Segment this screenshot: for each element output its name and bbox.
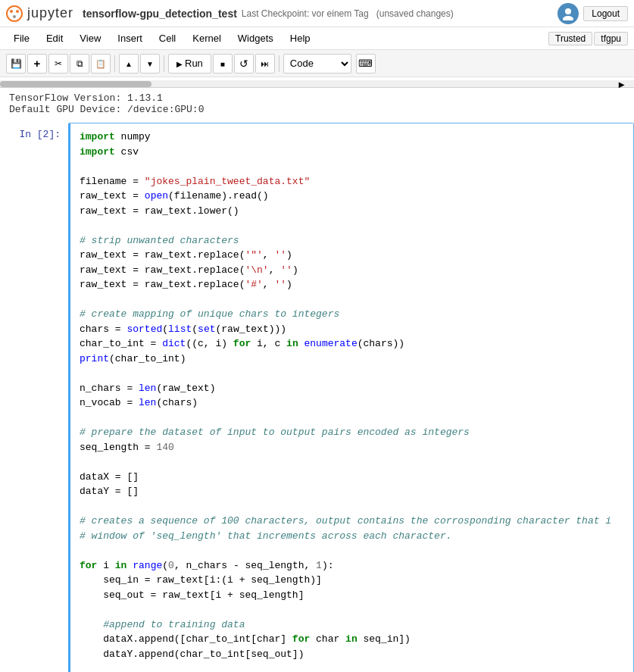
cell-prompt: In [2]: xyxy=(0,123,68,672)
menu-help[interactable]: Help xyxy=(283,31,318,45)
cell-body[interactable]: import numpy import csv filename = "joke… xyxy=(68,123,634,672)
restart-button[interactable] xyxy=(234,54,254,73)
user-icon xyxy=(561,7,575,20)
svg-point-2 xyxy=(16,10,19,13)
jupyter-brand: jupyter xyxy=(27,5,73,21)
arrow-down-icon xyxy=(146,58,154,69)
stop-button[interactable] xyxy=(213,54,233,73)
kernel-name: tfgpu xyxy=(594,32,628,45)
svg-point-3 xyxy=(13,15,16,18)
jupyter-logo: jupyter xyxy=(6,5,73,22)
menubar: File Edit View Insert Cell Kernel Widget… xyxy=(0,27,634,50)
paste-button[interactable] xyxy=(91,54,111,73)
code-editor[interactable]: import numpy import csv filename = "joke… xyxy=(70,123,633,672)
top-right: Logout xyxy=(557,3,628,24)
run-label: Run xyxy=(185,58,203,69)
scroll-arrow-right: ► xyxy=(617,80,626,88)
jupyter-logo-icon xyxy=(6,5,23,22)
keyboard-icon xyxy=(358,58,373,69)
logout-button[interactable]: Logout xyxy=(583,6,628,21)
save-button[interactable] xyxy=(6,54,26,73)
code-cell: In [2]: import numpy import csv filename… xyxy=(0,123,634,672)
toolbar-sep-1 xyxy=(114,55,115,72)
run-icon xyxy=(176,58,183,69)
stop-icon xyxy=(220,58,225,69)
user-avatar xyxy=(557,3,579,24)
cut-button[interactable] xyxy=(48,54,68,73)
prev-output-text: TensorFlow Version: 1.13.1 Default GPU D… xyxy=(0,88,634,120)
toolbar-sep-3 xyxy=(279,55,280,72)
menu-file[interactable]: File xyxy=(6,31,37,45)
prev-output-line-2: Default GPU Device: /device:GPU:0 xyxy=(9,104,625,115)
menu-widgets[interactable]: Widgets xyxy=(230,31,281,45)
skip-icon xyxy=(261,58,269,69)
checkpoint-info: Last Checkpoint: vor einem Tag (unsaved … xyxy=(242,8,454,19)
toolbar: Run Code Markdown Raw NBConvert Heading xyxy=(0,50,634,77)
svg-point-1 xyxy=(10,10,13,13)
menu-edit[interactable]: Edit xyxy=(39,31,70,45)
notebook-title: tensorflow-gpu_detection_test xyxy=(83,8,237,20)
prev-output-area: ► TensorFlow Version: 1.13.1 Default GPU… xyxy=(0,77,634,123)
menu-kernel[interactable]: Kernel xyxy=(185,31,229,45)
toolbar-sep-2 xyxy=(164,55,164,72)
save-icon xyxy=(11,58,22,69)
menu-cell[interactable]: Cell xyxy=(151,31,183,45)
add-cell-button[interactable] xyxy=(27,54,47,73)
cut-icon xyxy=(55,58,62,69)
copy-button[interactable] xyxy=(70,54,89,73)
svg-point-0 xyxy=(7,6,22,21)
topbar: jupyter tensorflow-gpu_detection_test La… xyxy=(0,0,634,27)
top-scroll-thumb xyxy=(0,81,151,87)
menu-insert[interactable]: Insert xyxy=(110,31,150,45)
run-button[interactable]: Run xyxy=(168,54,211,73)
restart-run-button[interactable] xyxy=(255,54,275,73)
trusted-badge: Trusted xyxy=(548,32,592,45)
move-down-button[interactable] xyxy=(140,54,160,73)
restart-icon xyxy=(239,58,248,70)
keyboard-shortcuts-button[interactable] xyxy=(356,54,376,73)
svg-point-5 xyxy=(563,16,573,20)
copy-icon xyxy=(77,58,83,69)
svg-point-4 xyxy=(565,8,571,14)
arrow-up-icon xyxy=(125,58,133,69)
menu-view[interactable]: View xyxy=(72,31,108,45)
prev-output-line-1: TensorFlow Version: 1.13.1 xyxy=(9,92,625,104)
plus-icon xyxy=(34,57,41,70)
move-up-button[interactable] xyxy=(119,54,139,73)
top-scroll-track[interactable]: ► xyxy=(0,80,634,88)
notebook: ► TensorFlow Version: 1.13.1 Default GPU… xyxy=(0,77,634,672)
cell-type-select[interactable]: Code Markdown Raw NBConvert Heading xyxy=(283,54,351,73)
paste-icon xyxy=(95,58,106,69)
